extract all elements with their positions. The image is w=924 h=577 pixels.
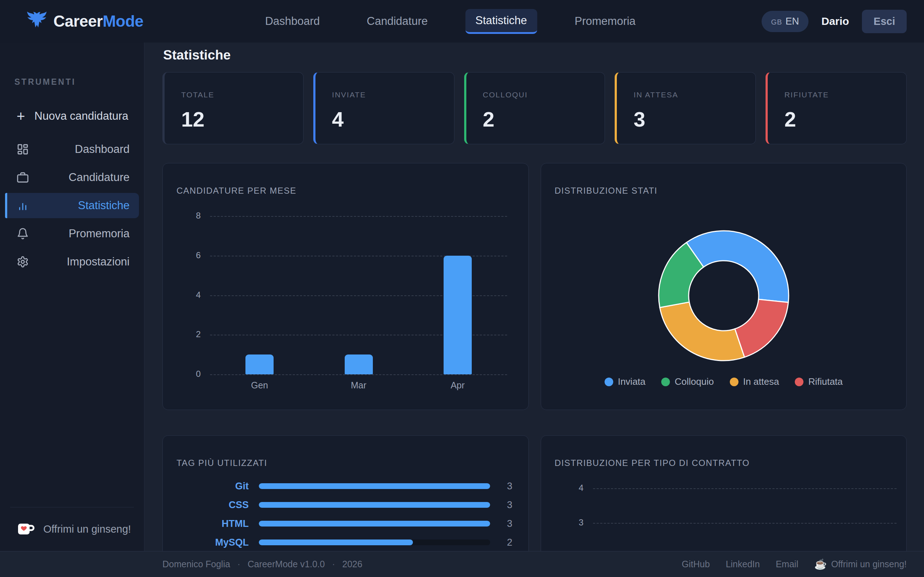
flag-code: GB — [771, 18, 782, 26]
briefcase-icon — [16, 171, 29, 184]
support-label: Offrimi un ginseng! — [43, 523, 131, 535]
language-switcher[interactable]: GB EN — [762, 11, 808, 32]
status-donut-chart — [657, 229, 790, 363]
stat-value: 12 — [181, 107, 303, 131]
stat-value: 2 — [483, 107, 605, 131]
tag-value: 3 — [500, 481, 512, 492]
tag-bar-track — [259, 483, 490, 489]
tag-row-git: Git 3 — [176, 480, 512, 492]
legend-dot-rifiutata — [795, 377, 803, 386]
y-axis-tick: 2 — [196, 330, 201, 340]
stats-row: TOTALE 12 INVIATE 4 COLLOQUI 2 IN ATTESA… — [162, 72, 907, 144]
sidebar-item-candidature[interactable]: Candidature — [5, 165, 139, 190]
legend-dot-in-attesa — [730, 377, 738, 386]
new-application-label: Nuova candidatura — [34, 110, 128, 122]
logout-button[interactable]: Esci — [862, 10, 907, 33]
bar-Apr — [444, 256, 472, 374]
brand-logo[interactable]: CareerMode — [25, 10, 143, 33]
gridline — [593, 523, 897, 524]
tag-bar-track — [259, 502, 490, 508]
tag-label: MySQL — [176, 537, 249, 548]
legend-item-rifiutata[interactable]: Rifiutata — [795, 376, 842, 387]
donut-segment-In attesa — [660, 302, 745, 361]
stat-card-colloqui: COLLOQUI 2 — [464, 72, 605, 144]
x-axis-tick: Mar — [351, 380, 366, 390]
donut-segment-Rifiutata — [735, 299, 788, 357]
tag-bar-fill — [259, 521, 490, 527]
tag-label: CSS — [176, 500, 249, 511]
footer-year: 2026 — [342, 559, 362, 569]
x-axis-tick: Gen — [251, 380, 268, 390]
tag-row-html: HTML 3 — [176, 518, 512, 529]
bar-Mar — [345, 355, 373, 374]
chart-title: CANDIDATURE PER MESE — [176, 186, 296, 196]
legend-item-inviata[interactable]: Inviata — [604, 376, 646, 387]
main-content: Statistiche TOTALE 12 INVIATE 4 COLLOQUI… — [144, 43, 924, 577]
gridline — [210, 216, 507, 217]
nav-link-promemoria[interactable]: Promemoria — [565, 9, 645, 34]
sidebar-section-title: STRUMENTI — [15, 77, 144, 87]
brand-name: CareerMode — [53, 12, 143, 30]
footer: Domenico Foglia · CareerMode v1.0.0 · 20… — [0, 551, 924, 577]
top-navbar: CareerMode Dashboard Candidature Statist… — [0, 0, 924, 43]
legend-label: Inviata — [618, 376, 646, 387]
tag-row-mysql: MySQL 2 — [176, 537, 512, 548]
sidebar-item-promemoria[interactable]: Promemoria — [5, 221, 139, 246]
navbar-links: Dashboard Candidature Statistiche Promem… — [255, 0, 645, 43]
sidebar-item-statistiche[interactable]: Statistiche — [5, 193, 139, 218]
footer-link-email[interactable]: Email — [775, 559, 798, 569]
legend-label: Rifiutata — [808, 376, 842, 387]
legend-label: Colloquio — [675, 376, 714, 387]
footer-links: GitHub LinkedIn Email ☕ Offrimi un ginse… — [682, 558, 907, 570]
stat-label: RIFIUTATE — [784, 90, 906, 99]
footer-link-github[interactable]: GitHub — [682, 559, 710, 569]
tag-label: HTML — [176, 518, 249, 529]
tag-bar-fill — [259, 483, 490, 489]
page-title: Statistiche — [163, 48, 907, 63]
username-label: Dario — [822, 15, 849, 27]
sidebar-item-label: Statistiche — [29, 199, 129, 212]
stat-label: IN ATTESA — [633, 90, 756, 99]
tag-bar-fill — [259, 540, 413, 545]
legend-dot-colloquio — [661, 377, 670, 386]
gear-icon — [16, 256, 29, 268]
stat-card-totale: TOTALE 12 — [162, 72, 304, 144]
sidebar: STRUMENTI + Nuova candidatura Dashboard … — [0, 43, 144, 551]
sidebar-item-impostazioni[interactable]: Impostazioni — [5, 249, 139, 274]
chart-title: DISTRIBUZIONE PER TIPO DI CONTRATTO — [555, 458, 750, 468]
stat-label: INVIATE — [332, 90, 454, 99]
y-axis-tick: 8 — [196, 211, 201, 221]
coffee-icon: ☕ — [814, 558, 827, 570]
careermode-app: CareerMode Dashboard Candidature Statist… — [0, 0, 924, 577]
plus-icon: + — [16, 109, 25, 123]
tag-bar-track — [259, 521, 490, 527]
legend-label: In attesa — [743, 376, 779, 387]
legend-item-in-attesa[interactable]: In attesa — [730, 376, 779, 387]
navbar-right: GB EN Dario Esci — [762, 10, 907, 33]
support-link[interactable]: Offrimi un ginseng! — [10, 507, 134, 551]
gridline — [210, 374, 507, 375]
nav-link-statistiche[interactable]: Statistiche — [465, 9, 537, 34]
sidebar-item-label: Impostazioni — [29, 255, 129, 268]
stat-label: TOTALE — [181, 90, 303, 99]
tag-label: Git — [176, 481, 249, 492]
legend-item-colloquio[interactable]: Colloquio — [661, 376, 714, 387]
nav-link-dashboard[interactable]: Dashboard — [255, 9, 329, 34]
new-application-button[interactable]: + Nuova candidatura — [0, 103, 144, 129]
x-axis-tick: Apr — [451, 380, 465, 390]
tag-row-css: CSS 3 — [176, 499, 512, 511]
monthly-applications-card: CANDIDATURE PER MESE 86420GenMarApr — [162, 163, 529, 410]
stat-value: 4 — [332, 107, 454, 131]
nav-link-candidature[interactable]: Candidature — [357, 9, 437, 34]
y-axis-tick: 4 — [578, 483, 583, 493]
footer-support-link[interactable]: ☕ Offrimi un ginseng! — [814, 558, 907, 570]
footer-support-label: Offrimi un ginseng! — [831, 559, 907, 569]
heart-mug-icon — [17, 521, 36, 537]
chart-title: TAG PIÙ UTILIZZATI — [176, 458, 267, 468]
bell-icon — [16, 227, 29, 240]
sidebar-item-dashboard[interactable]: Dashboard — [5, 137, 139, 162]
monthly-bar-plot: 86420GenMarApr — [210, 216, 507, 374]
tag-bars: Git 3 CSS 3 HTML 3 MySQ — [176, 480, 512, 555]
footer-link-linkedin[interactable]: LinkedIn — [726, 559, 760, 569]
tag-bar-fill — [259, 502, 490, 508]
